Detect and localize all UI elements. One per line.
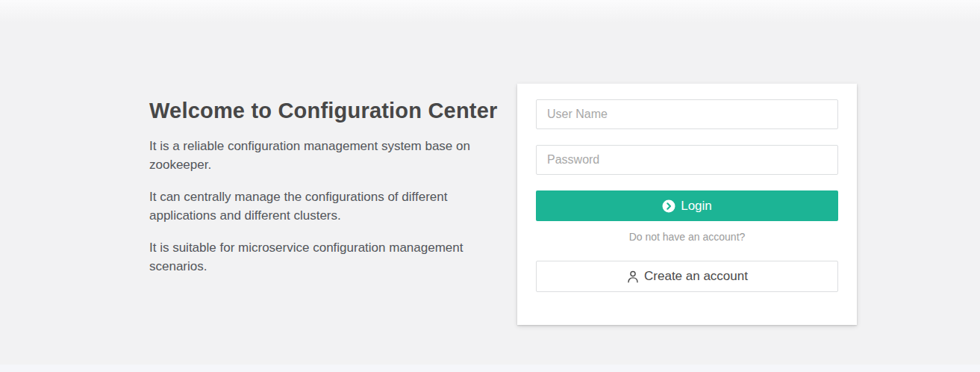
user-icon bbox=[626, 270, 640, 284]
arrow-right-circle-icon bbox=[662, 199, 675, 213]
main-content: Welcome to Configuration Center It is a … bbox=[149, 84, 857, 325]
login-button-label: Login bbox=[681, 199, 712, 214]
create-account-label: Create an account bbox=[644, 269, 748, 284]
create-account-button[interactable]: Create an account bbox=[536, 261, 838, 292]
intro-paragraph-reliable: It is a reliable configuration managemen… bbox=[149, 137, 485, 174]
page-title: Welcome to Configuration Center bbox=[149, 99, 489, 123]
login-card: Login Do not have an account? Create an … bbox=[517, 84, 857, 325]
signup-hint: Do not have an account? bbox=[536, 231, 838, 243]
intro-paragraph-centrally: It can centrally manage the configuratio… bbox=[149, 187, 485, 225]
login-button[interactable]: Login bbox=[536, 190, 838, 221]
password-input[interactable] bbox=[536, 145, 838, 175]
username-input[interactable] bbox=[536, 99, 838, 129]
bottom-strip bbox=[0, 365, 980, 372]
intro-column: Welcome to Configuration Center It is a … bbox=[149, 84, 489, 276]
intro-paragraph-suitable: It is suitable for microservice configur… bbox=[149, 238, 485, 276]
